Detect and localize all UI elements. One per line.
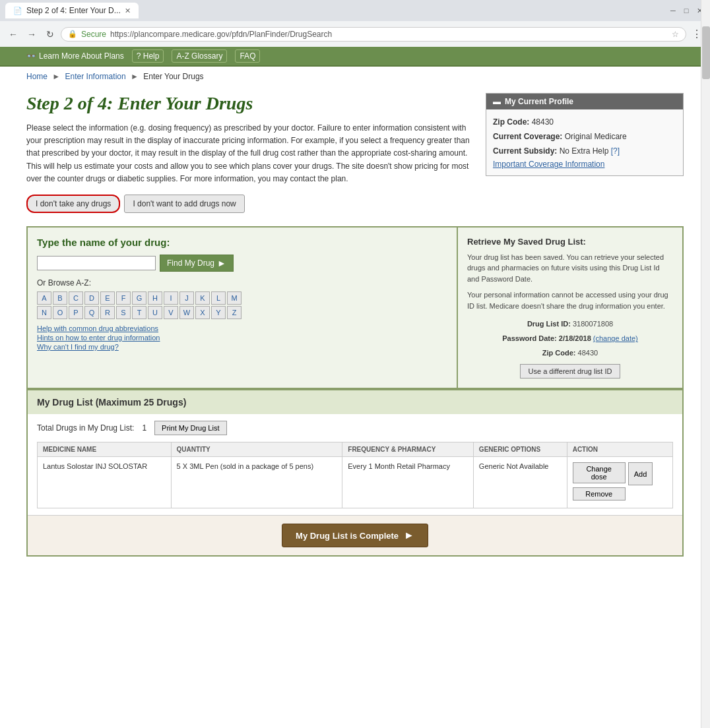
help-find-link[interactable]: Why can't I find my drug? (37, 343, 447, 351)
secure-label: Secure (81, 30, 106, 39)
help-link[interactable]: ? Help (132, 49, 164, 63)
diff-drug-list-btn[interactable]: Use a different drug list ID (520, 364, 621, 379)
remove-drug-btn[interactable]: Remove (573, 487, 626, 501)
profile-header-label: My Current Profile (505, 97, 573, 106)
alpha-btn-l[interactable]: L (211, 291, 226, 305)
drug-generic-cell: Generic Not Available (473, 457, 567, 508)
minimize-btn[interactable]: ─ (668, 5, 678, 16)
find-drug-btn[interactable]: Find My Drug ► (160, 255, 234, 272)
password-row: Password Date: 2/18/2018 (change date) (467, 331, 673, 346)
alpha-btn-p[interactable]: P (69, 306, 83, 319)
alpha-btn-m[interactable]: M (227, 291, 242, 305)
no-drugs-btn[interactable]: I don't take any drugs (26, 195, 120, 213)
alpha-btn-x[interactable]: X (195, 306, 210, 319)
breadcrumb-sep1: ► (52, 72, 60, 81)
forward-btn[interactable]: → (24, 26, 40, 42)
alpha-btn-b[interactable]: B (53, 291, 67, 305)
star-icon[interactable]: ☆ (672, 30, 679, 39)
drug-name-cell: Lantus Solostar INJ SOLOSTAR (38, 457, 172, 508)
change-dose-btn[interactable]: Change dose (573, 462, 626, 483)
col-quantity: QUANTITY (171, 442, 342, 457)
alpha-btn-s[interactable]: S (116, 306, 131, 319)
drug-action-cell: Change doseAddRemove (567, 457, 672, 508)
alpha-btn-u[interactable]: U (148, 306, 162, 319)
alpha-btn-q[interactable]: Q (84, 306, 99, 319)
help-abbreviations-link[interactable]: Help with common drug abbreviations (37, 324, 447, 332)
alpha-btn-o[interactable]: O (53, 306, 67, 319)
drug-search-input[interactable] (37, 256, 156, 270)
drug-frequency-cell: Every 1 Month Retail Pharmacy (342, 457, 474, 508)
col-frequency: FREQUENCY & PHARMACY (342, 442, 474, 457)
alpha-btn-f[interactable]: F (116, 291, 131, 305)
learn-more-label: Learn More About Plans (39, 51, 124, 61)
alpha-btn-e[interactable]: E (100, 291, 115, 305)
drug-quantity-cell: 5 X 3ML Pen (sold in a package of 5 pens… (171, 457, 342, 508)
complete-btn-label: My Drug List is Complete (296, 531, 399, 541)
breadcrumb-enter-info[interactable]: Enter Information (65, 72, 126, 81)
col-action: ACTION (567, 442, 672, 457)
total-drugs-value: 1 (142, 423, 146, 433)
page-icon: 📄 (13, 7, 22, 15)
alpha-btn-g[interactable]: G (132, 291, 146, 305)
profile-subsidy: Current Subsidy: No Extra Help [?] (493, 145, 676, 157)
saved-zip-row: Zip Code: 48430 (467, 346, 673, 360)
drug-list-header-label: My Drug List (Maximum 25 Drugs) (37, 397, 186, 408)
page-title: Step 2 of 4: Enter Your Drugs (26, 93, 472, 114)
table-row: Lantus Solostar INJ SOLOSTAR5 X 3ML Pen … (38, 457, 673, 508)
maximize-btn[interactable]: □ (681, 5, 692, 16)
alpha-btn-n[interactable]: N (37, 306, 51, 319)
alpha-btn-c[interactable]: C (69, 291, 83, 305)
total-drugs-label: Total Drugs in My Drug List: (37, 423, 134, 433)
saved-list-title: Retrieve My Saved Drug List: (467, 237, 673, 247)
complete-drug-list-btn[interactable]: My Drug List is Complete ► (282, 524, 428, 547)
saved-list-text1: Your drug list has been saved. You can r… (467, 252, 673, 285)
find-drug-label: Find My Drug (167, 258, 214, 268)
alpha-btn-y[interactable]: Y (211, 306, 226, 319)
find-drug-arrow: ► (217, 258, 226, 268)
profile-coverage: Current Coverage: Original Medicare (493, 131, 676, 142)
alpha-btn-z[interactable]: Z (227, 306, 242, 319)
faq-link[interactable]: FAQ (235, 49, 260, 63)
alpha-btn-t[interactable]: T (132, 306, 146, 319)
profile-icon: ▬ (493, 97, 501, 106)
browse-label: Or Browse A-Z: (37, 278, 447, 288)
drug-table: MEDICINE NAME QUANTITY FREQUENCY & PHARM… (37, 442, 673, 508)
page-description: Please select the information (e.g. dosi… (26, 122, 472, 185)
alpha-btn-h[interactable]: H (148, 291, 162, 305)
alpha-btn-k[interactable]: K (195, 291, 210, 305)
alpha-btn-v[interactable]: V (164, 306, 178, 319)
drug-id-row: Drug List ID: 3180071808 (467, 317, 673, 331)
glossary-link[interactable]: A-Z Glossary (172, 49, 227, 63)
col-medicine: MEDICINE NAME (38, 442, 172, 457)
tab-title: Step 2 of 4: Enter Your D... (26, 6, 121, 15)
alpha-btn-d[interactable]: D (84, 291, 99, 305)
alpha-btn-r[interactable]: R (100, 306, 115, 319)
drug-search-title: Type the name of your drug: (37, 237, 447, 248)
tab-close[interactable]: ✕ (125, 7, 131, 15)
help-label: ? Help (137, 51, 160, 61)
alpha-btn-w[interactable]: W (179, 306, 194, 319)
col-generic: GENERIC OPTIONS (473, 442, 567, 457)
url-text[interactable]: https://plancompare.medicare.gov/pfdn/Pl… (110, 30, 668, 39)
breadcrumb-current: Enter Your Drugs (143, 72, 203, 81)
add-drug-btn[interactable]: Add (628, 462, 653, 485)
glossary-label: A-Z Glossary (176, 51, 222, 61)
print-drug-list-btn[interactable]: Print My Drug List (154, 421, 226, 435)
profile-zip: Zip Code: 48430 (493, 116, 676, 128)
important-coverage-link[interactable]: Important Coverage Information (493, 160, 604, 169)
breadcrumb-home[interactable]: Home (26, 72, 48, 81)
faq-label: FAQ (240, 51, 255, 61)
help-hints-link[interactable]: Hints on how to enter drug information (37, 334, 447, 342)
breadcrumb-sep2: ► (131, 72, 139, 81)
alpha-btn-j[interactable]: J (179, 291, 194, 305)
saved-list-text2: Your personal information cannot be acce… (467, 289, 673, 311)
complete-btn-arrow: ► (404, 530, 414, 541)
no-add-drugs-btn[interactable]: I don't want to add drugs now (124, 195, 244, 213)
alpha-btn-a[interactable]: A (37, 291, 51, 305)
refresh-btn[interactable]: ↻ (42, 26, 58, 42)
lock-icon: 🔒 (68, 30, 77, 38)
back-btn[interactable]: ← (5, 26, 21, 42)
learn-more-link[interactable]: 👓 Learn More About Plans (26, 51, 124, 61)
alpha-btn-i[interactable]: I (164, 291, 178, 305)
glasses-icon: 👓 (26, 51, 36, 61)
